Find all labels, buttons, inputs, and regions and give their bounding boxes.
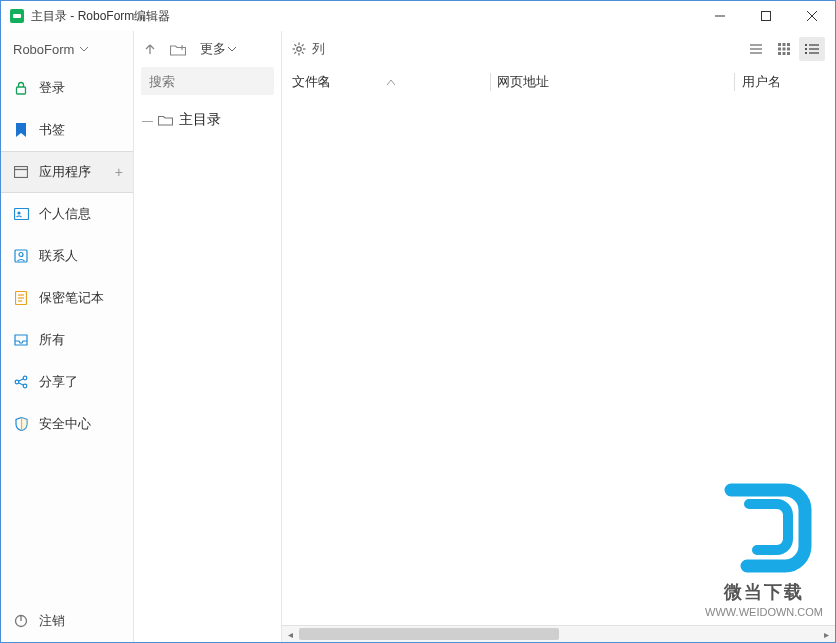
sidebar-item-label: 登录 [39,79,65,97]
sidebar-item-label: 所有 [39,331,65,349]
window-title: 主目录 - RoboForm编辑器 [31,8,697,25]
sidebar-item-label: 保密笔记本 [39,289,104,307]
svg-line-31 [294,44,296,46]
titlebar: 主目录 - RoboForm编辑器 [1,1,835,31]
share-icon [13,374,29,390]
svg-rect-44 [778,52,781,55]
svg-rect-43 [787,48,790,51]
horizontal-scrollbar[interactable]: ◂ ▸ [282,625,835,642]
sidebar-item-logins[interactable]: 登录 [1,67,133,109]
sidebar-item-all[interactable]: 所有 [1,319,133,361]
svg-point-15 [15,380,19,384]
application-icon [13,164,29,180]
svg-point-8 [17,211,20,214]
column-url-label: 网页地址 [497,73,549,91]
tree-root-label: 主目录 [179,111,221,129]
sidebar-item-label: 书签 [39,121,65,139]
svg-line-34 [294,52,296,54]
column-headers: 文件名 网页地址 用户名 [282,67,835,97]
column-filename[interactable]: 文件名 [292,73,497,91]
brand-menu[interactable]: RoboForm [1,31,133,67]
sidebar-item-security[interactable]: 安全中心 [1,403,133,445]
svg-line-19 [19,383,24,385]
more-menu[interactable]: 更多 [200,40,236,58]
new-folder-button[interactable] [170,43,186,56]
gear-icon [292,42,306,56]
svg-rect-1 [762,12,771,21]
view-details-button[interactable] [799,37,825,61]
collapse-icon[interactable]: — [142,114,152,126]
sidebar-item-bookmarks[interactable]: 书签 [1,109,133,151]
svg-rect-42 [783,48,786,51]
sidebar-item-label: 联系人 [39,247,78,265]
maximize-button[interactable] [743,1,789,31]
svg-rect-41 [778,48,781,51]
svg-point-10 [19,253,23,257]
app-icon [9,8,25,24]
folder-icon [158,114,173,126]
column-filename-label: 文件名 [292,73,331,91]
svg-rect-4 [17,87,26,94]
view-list-button[interactable] [743,37,769,61]
tree-root[interactable]: — 主目录 [142,107,273,133]
view-menu[interactable]: 列 [292,40,325,58]
svg-rect-40 [787,43,790,46]
brand-label: RoboForm [13,42,74,57]
close-button[interactable] [789,1,835,31]
sidebar-item-safenotes[interactable]: 保密笔记本 [1,277,133,319]
sidebar-item-contacts[interactable]: 联系人 [1,235,133,277]
svg-line-33 [302,44,304,46]
chevron-down-icon [228,47,236,52]
sidebar-item-label: 应用程序 [39,163,91,181]
svg-point-16 [23,376,27,380]
minimize-button[interactable] [697,1,743,31]
sidebar-logout[interactable]: 注销 [1,600,133,642]
svg-point-26 [297,47,301,51]
logout-label: 注销 [39,612,65,630]
inbox-icon [13,332,29,348]
note-icon [13,290,29,306]
svg-rect-48 [805,48,807,50]
svg-line-32 [302,52,304,54]
svg-rect-47 [805,44,807,46]
sidebar-item-label: 个人信息 [39,205,91,223]
svg-rect-39 [783,43,786,46]
scroll-track[interactable] [299,626,818,642]
column-user[interactable]: 用户名 [742,73,825,91]
sort-asc-icon [387,80,395,85]
bookmark-icon [13,122,29,138]
sidebar-item-label: 分享了 [39,373,78,391]
contact-icon [13,248,29,264]
svg-line-18 [19,379,24,381]
main-panel: 列 文件名 [282,31,835,642]
up-button[interactable] [144,43,156,55]
id-card-icon [13,206,29,222]
svg-point-17 [23,384,27,388]
watermark: 微当下载 WWW.WEIDOWN.COM [705,478,823,618]
watermark-line1: 微当下载 [705,580,823,604]
search-box[interactable] [141,67,274,95]
scroll-thumb[interactable] [299,628,559,640]
svg-rect-7 [14,209,28,220]
column-url[interactable]: 网页地址 [497,73,742,91]
lock-icon [13,80,29,96]
svg-rect-49 [805,52,807,54]
sidebar-item-shared[interactable]: 分享了 [1,361,133,403]
scroll-right-icon[interactable]: ▸ [818,626,835,643]
scroll-left-icon[interactable]: ◂ [282,626,299,643]
view-label: 列 [312,40,325,58]
svg-rect-46 [787,52,790,55]
sidebar-item-applications[interactable]: 应用程序 + [1,151,133,193]
tree-panel: 更多 — 主目录 [134,31,282,642]
watermark-line2: WWW.WEIDOWN.COM [705,606,823,618]
more-label: 更多 [200,40,226,58]
sidebar-item-identities[interactable]: 个人信息 [1,193,133,235]
chevron-down-icon [80,47,88,52]
column-user-label: 用户名 [742,73,781,91]
svg-rect-5 [15,167,28,178]
plus-icon[interactable]: + [115,164,123,180]
view-grid-button[interactable] [771,37,797,61]
shield-icon [13,416,29,432]
list-body: 微当下载 WWW.WEIDOWN.COM ◂ ▸ [282,97,835,642]
sidebar-item-label: 安全中心 [39,415,91,433]
